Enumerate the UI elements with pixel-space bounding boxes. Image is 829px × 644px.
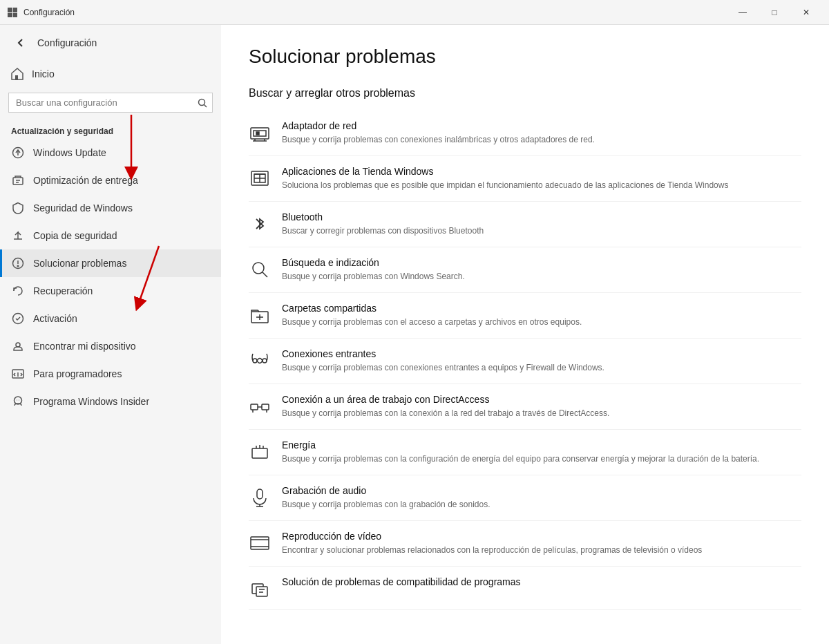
- svg-rect-26: [256, 132, 259, 135]
- titlebar: Configuración — □ ✕: [0, 0, 829, 25]
- svg-line-6: [204, 104, 207, 107]
- sidebar-label-find-device: Encontrar mi dispositivo: [33, 341, 136, 352]
- app-icon: [7, 7, 18, 18]
- svg-rect-44: [252, 448, 267, 458]
- sidebar-item-home[interactable]: Inicio: [0, 61, 221, 87]
- bluetooth-icon: [249, 213, 271, 235]
- shared-folders-icon: [249, 304, 271, 326]
- network-adapter-icon: [249, 122, 271, 144]
- video-playback-title: Reproducción de vídeo: [282, 531, 801, 542]
- troubleshoot-item-network-adapter[interactable]: Adaptador de red Busque y corrija proble…: [249, 111, 801, 156]
- windows-update-icon: [11, 146, 25, 160]
- svg-rect-48: [257, 489, 263, 499]
- troubleshoot-item-power[interactable]: Energía Busque y corrija problemas con l…: [249, 430, 801, 475]
- directaccess-title: Conexión a un área de trabajo con Direct…: [282, 394, 801, 405]
- search-input[interactable]: [8, 93, 213, 113]
- close-button[interactable]: ✕: [790, 0, 822, 25]
- svg-rect-3: [13, 13, 17, 17]
- sidebar-label-troubleshoot: Solucionar problemas: [33, 258, 126, 269]
- svg-rect-1: [13, 8, 17, 12]
- window-title: Configuración: [23, 8, 727, 17]
- sidebar-label-insider: Programa Windows Insider: [33, 396, 149, 407]
- sidebar-item-backup[interactable]: Copia de seguridad: [0, 222, 221, 249]
- store-apps-text: Aplicaciones de la Tienda Windows Soluci…: [282, 166, 801, 191]
- incoming-desc: Busque y corrija problemas con conexione…: [282, 361, 801, 374]
- troubleshoot-item-video-playback[interactable]: Reproducción de vídeo Encontrar y soluci…: [249, 521, 801, 567]
- audio-recording-icon: [249, 486, 271, 509]
- directaccess-icon: [249, 395, 271, 417]
- network-adapter-desc: Busque y corrija problemas con conexione…: [282, 133, 801, 146]
- sidebar-item-troubleshoot[interactable]: Solucionar problemas: [0, 249, 221, 277]
- video-playback-desc: Encontrar y solucionar problemas relacio…: [282, 544, 801, 556]
- audio-recording-text: Grabación de audio Busque y corrija prob…: [282, 485, 801, 511]
- sidebar-label-backup: Copia de seguridad: [33, 230, 117, 241]
- backup-icon: [11, 229, 25, 243]
- video-playback-text: Reproducción de vídeo Encontrar y soluci…: [282, 531, 801, 556]
- bluetooth-text: Bluetooth Buscar y corregir problemas co…: [282, 211, 801, 237]
- svg-rect-39: [251, 404, 258, 410]
- power-icon: [249, 441, 271, 463]
- store-apps-desc: Soluciona los problemas que es posible q…: [282, 179, 801, 191]
- home-icon: [11, 68, 23, 80]
- search-text: Búsqueda e indización Busque y corrija p…: [282, 257, 801, 283]
- search-desc: Busque y corrija problemas con Windows S…: [282, 270, 801, 283]
- incoming-text: Conexiones entrantes Busque y corrija pr…: [282, 348, 801, 374]
- sidebar-item-recovery[interactable]: Recuperación: [0, 277, 221, 305]
- troubleshoot-item-directaccess[interactable]: Conexión a un área de trabajo con Direct…: [249, 384, 801, 430]
- sidebar: Configuración Inicio Actualizaci: [0, 25, 221, 644]
- sidebar-app-title: Configuración: [37, 37, 97, 48]
- svg-rect-2: [8, 13, 12, 17]
- sidebar-label-activation: Activación: [33, 313, 77, 324]
- troubleshoot-item-bluetooth[interactable]: Bluetooth Buscar y corregir problemas co…: [249, 202, 801, 247]
- main-window: Configuración Inicio Actualizaci: [0, 25, 829, 644]
- directaccess-desc: Busque y corrija problemas con la conexi…: [282, 407, 801, 419]
- power-title: Energía: [282, 439, 801, 451]
- minimize-button[interactable]: —: [727, 0, 759, 25]
- search-icon: [198, 98, 207, 108]
- svg-rect-0: [8, 8, 12, 12]
- sidebar-item-insider[interactable]: Programa Windows Insider: [0, 388, 221, 415]
- troubleshoot-item-search[interactable]: Búsqueda e indización Busque y corrija p…: [249, 247, 801, 293]
- troubleshoot-item-compatibility[interactable]: Solución de problemas de compatibilidad …: [249, 567, 801, 610]
- recovery-icon: [11, 284, 25, 298]
- main-content: Solucionar problemas Buscar y arreglar o…: [221, 25, 829, 644]
- sidebar-item-windows-security[interactable]: Seguridad de Windows: [0, 194, 221, 222]
- insider-icon: [11, 395, 25, 408]
- sidebar-item-find-device[interactable]: Encontrar mi dispositivo: [0, 332, 221, 360]
- delivery-opt-icon: [11, 173, 25, 187]
- sidebar-item-windows-update[interactable]: Windows Update: [0, 139, 221, 167]
- compatibility-text: Solución de problemas de compatibilidad …: [282, 576, 801, 589]
- troubleshoot-item-shared-folders[interactable]: Carpetas compartidas Busque y corrija pr…: [249, 293, 801, 339]
- sidebar-item-delivery-opt[interactable]: Optimización de entrega: [0, 167, 221, 194]
- sidebar-item-activation[interactable]: Activación: [0, 305, 221, 332]
- search-indexing-icon: [249, 258, 271, 281]
- troubleshoot-icon: [11, 256, 25, 270]
- troubleshoot-item-audio-recording[interactable]: Grabación de audio Busque y corrija prob…: [249, 475, 801, 521]
- svg-point-38: [263, 359, 267, 363]
- search-title: Búsqueda e indización: [282, 257, 801, 268]
- bluetooth-title: Bluetooth: [282, 211, 801, 222]
- sidebar-header: Configuración: [0, 25, 221, 61]
- troubleshoot-item-store-apps[interactable]: Aplicaciones de la Tienda Windows Soluci…: [249, 156, 801, 202]
- sidebar-label-developers: Para programadores: [33, 368, 122, 379]
- audio-recording-title: Grabación de audio: [282, 485, 801, 496]
- troubleshoot-item-incoming[interactable]: Conexiones entrantes Busque y corrija pr…: [249, 339, 801, 384]
- shared-folders-desc: Busque y corrija problemas con el acceso…: [282, 316, 801, 328]
- sidebar-label-windows-update: Windows Update: [33, 147, 106, 158]
- svg-point-5: [199, 99, 205, 105]
- back-button[interactable]: [11, 33, 30, 53]
- bluetooth-desc: Buscar y corregir problemas con disposit…: [282, 225, 801, 237]
- svg-rect-4: [15, 75, 18, 80]
- audio-recording-desc: Busque y corrija problemas con la grabac…: [282, 498, 801, 511]
- svg-point-16: [16, 343, 20, 347]
- svg-rect-51: [251, 537, 269, 549]
- compatibility-title: Solución de problemas de compatibilidad …: [282, 576, 801, 587]
- maximize-button[interactable]: □: [759, 0, 790, 25]
- find-device-icon: [11, 339, 25, 353]
- developers-icon: [11, 367, 25, 381]
- store-apps-icon: [249, 167, 271, 189]
- incoming-title: Conexiones entrantes: [282, 348, 801, 359]
- sidebar-label-delivery-opt: Optimización de entrega: [33, 175, 138, 186]
- video-playback-icon: [249, 532, 271, 554]
- sidebar-item-developers[interactable]: Para programadores: [0, 360, 221, 388]
